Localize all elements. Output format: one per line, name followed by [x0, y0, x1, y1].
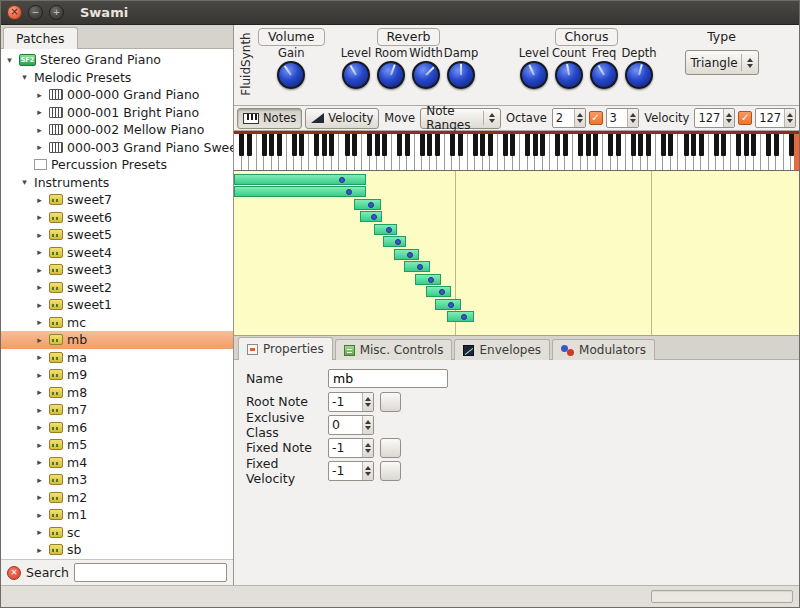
expander-icon[interactable]: ▸: [34, 230, 45, 240]
expander-icon[interactable]: ▸: [34, 142, 45, 152]
minimize-button[interactable]: [28, 5, 43, 20]
expander-icon[interactable]: ▸: [34, 475, 45, 485]
black-key[interactable]: [736, 134, 741, 156]
expander-icon[interactable]: ▾: [4, 55, 15, 65]
expander-icon[interactable]: ▸: [34, 422, 45, 432]
spinner-arrows-icon[interactable]: [362, 416, 373, 434]
expander-icon[interactable]: ▸: [34, 125, 45, 135]
note-range-bar[interactable]: [404, 261, 430, 272]
expander-icon[interactable]: ▸: [34, 457, 45, 467]
black-key[interactable]: [345, 134, 350, 156]
tree-item-mc[interactable]: ▸mc: [1, 314, 233, 332]
black-key[interactable]: [668, 134, 673, 156]
octave-high-spinner[interactable]: 3: [606, 108, 640, 128]
spinner-arrows-icon[interactable]: [362, 462, 373, 480]
tree-item-sb[interactable]: ▸sb: [1, 541, 233, 559]
velocity-dot[interactable]: [339, 177, 345, 183]
black-key[interactable]: [646, 134, 651, 156]
gain-knob[interactable]: [277, 61, 305, 89]
tree-item-sweet6[interactable]: ▸sweet6: [1, 209, 233, 227]
velocity-dot[interactable]: [448, 302, 454, 308]
spinner-arrows-icon[interactable]: [574, 109, 585, 127]
expander-icon[interactable]: ▸: [34, 282, 45, 292]
tree-item-000-001-bright-piano[interactable]: ▸000-001 Bright Piano: [1, 104, 233, 122]
black-key[interactable]: [299, 134, 304, 156]
note-range-bar[interactable]: [426, 286, 451, 297]
room-knob[interactable]: [377, 61, 405, 89]
black-key[interactable]: [450, 134, 455, 156]
black-key[interactable]: [322, 134, 327, 156]
note-range-bar[interactable]: [360, 211, 382, 222]
note-picker-button[interactable]: [380, 392, 401, 412]
name-input[interactable]: [328, 369, 448, 388]
black-key[interactable]: [766, 134, 771, 156]
black-key[interactable]: [292, 134, 297, 156]
note-picker-button[interactable]: [380, 438, 401, 458]
black-key[interactable]: [744, 134, 749, 156]
octave-low-spinner[interactable]: 2: [552, 108, 586, 128]
tree-item-m4[interactable]: ▸m4: [1, 454, 233, 472]
width-knob[interactable]: [412, 61, 440, 89]
expander-icon[interactable]: ▸: [34, 247, 45, 257]
velocity-dot[interactable]: [428, 277, 434, 283]
spin-down-icon[interactable]: [365, 426, 371, 430]
tree-item-instruments[interactable]: ▾Instruments: [1, 174, 233, 192]
velocity-dot[interactable]: [439, 289, 445, 295]
tree-item-ma[interactable]: ▸ma: [1, 349, 233, 367]
spinner-arrows-icon[interactable]: [784, 109, 795, 127]
tab-misc-controls[interactable]: Misc. Controls: [335, 339, 453, 360]
black-key[interactable]: [586, 134, 591, 156]
velocity-dot[interactable]: [371, 214, 377, 220]
tab-envelopes[interactable]: Envelopes: [454, 339, 550, 360]
black-key[interactable]: [405, 134, 410, 156]
tree-item-sweet1[interactable]: ▸sweet1: [1, 296, 233, 314]
spin-down-icon[interactable]: [365, 472, 371, 476]
expander-icon[interactable]: ▸: [34, 370, 45, 380]
black-key[interactable]: [375, 134, 380, 156]
expander-icon[interactable]: ▸: [34, 545, 45, 555]
level-knob[interactable]: [342, 61, 370, 89]
black-key[interactable]: [247, 134, 252, 156]
note-range-bar[interactable]: [354, 199, 381, 210]
move-combo[interactable]: Note Ranges: [420, 108, 501, 129]
velocity-dot[interactable]: [417, 264, 423, 270]
tree-item-percussion-presets[interactable]: Percussion Presets: [1, 156, 233, 174]
black-key[interactable]: [488, 134, 493, 156]
tree-item-sweet2[interactable]: ▸sweet2: [1, 279, 233, 297]
black-key[interactable]: [540, 134, 545, 156]
expander-icon[interactable]: ▸: [34, 212, 45, 222]
black-key[interactable]: [616, 134, 621, 156]
expander-icon[interactable]: ▸: [34, 335, 45, 345]
exclusive-class-spinner[interactable]: 0: [328, 415, 374, 435]
black-key[interactable]: [721, 134, 726, 156]
tree-item-sweet7[interactable]: ▸sweet7: [1, 191, 233, 209]
note-range-canvas[interactable]: [234, 171, 799, 336]
black-key[interactable]: [533, 134, 538, 156]
black-key[interactable]: [631, 134, 636, 156]
black-key[interactable]: [269, 134, 274, 156]
spin-up-icon[interactable]: [365, 397, 371, 401]
expander-icon[interactable]: ▾: [19, 72, 30, 82]
expander-icon[interactable]: ▸: [34, 107, 45, 117]
expander-icon[interactable]: ▸: [34, 317, 45, 327]
black-key[interactable]: [503, 134, 508, 156]
black-key[interactable]: [435, 134, 440, 156]
black-key[interactable]: [684, 134, 689, 156]
notes-toggle-button[interactable]: Notes: [237, 108, 302, 129]
black-key[interactable]: [239, 134, 244, 156]
spin-up-icon[interactable]: [365, 443, 371, 447]
tree-item-sweet3[interactable]: ▸sweet3: [1, 261, 233, 279]
note-range-bar[interactable]: [234, 186, 366, 197]
tab-patches[interactable]: Patches: [3, 27, 78, 49]
black-key[interactable]: [555, 134, 560, 156]
black-key[interactable]: [262, 134, 267, 156]
tree-item-m7[interactable]: ▸m7: [1, 401, 233, 419]
tree-item-stereo-grand-piano[interactable]: ▾SF2Stereo Grand Piano: [1, 51, 233, 69]
note-range-bar[interactable]: [383, 236, 406, 247]
black-key[interactable]: [480, 134, 485, 156]
black-key[interactable]: [352, 134, 357, 156]
spin-up-icon[interactable]: [365, 466, 371, 470]
tree-item-m5[interactable]: ▸m5: [1, 436, 233, 454]
octave-link-checkbox[interactable]: [589, 111, 603, 125]
black-key[interactable]: [525, 134, 530, 156]
